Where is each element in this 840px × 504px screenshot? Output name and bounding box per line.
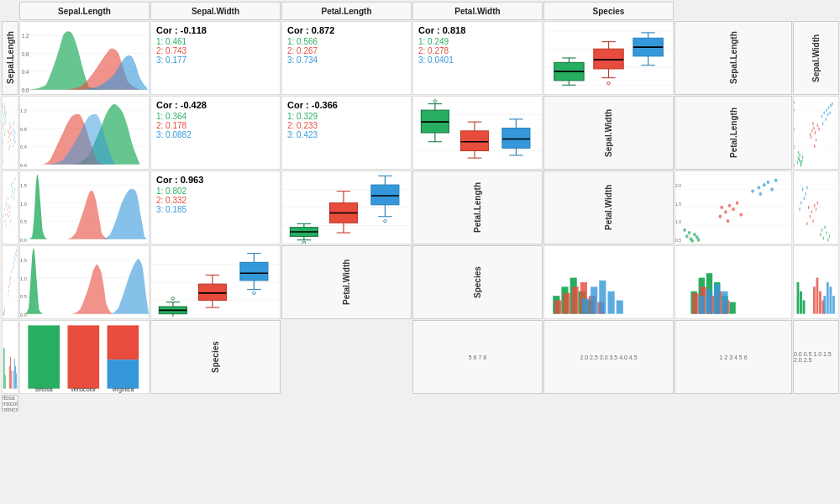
- boxplot-petal-length: [281, 171, 412, 244]
- corner-tr-top2: [793, 2, 839, 20]
- svg-rect-110: [794, 97, 838, 169]
- svg-text:0.4: 0.4: [22, 69, 29, 75]
- svg-point-250: [824, 226, 825, 229]
- svg-point-226: [736, 201, 739, 204]
- cor-sl-sw: Cor : -0.118 1: 0.461 2: 0.743 3: 0.177: [150, 21, 281, 95]
- svg-rect-328: [572, 286, 579, 313]
- svg-point-246: [826, 231, 827, 234]
- svg-rect-20: [594, 49, 623, 69]
- svg-rect-378: [108, 325, 139, 360]
- row-label-petal-width: Petal.Width: [543, 171, 674, 244]
- svg-point-138: [830, 104, 831, 108]
- svg-rect-349: [699, 296, 705, 314]
- svg-point-251: [808, 206, 809, 209]
- svg-text:0.5: 0.5: [20, 294, 27, 299]
- density-sepal-width: 0.0 0.4 0.8 1.2: [19, 96, 150, 170]
- svg-text:virginica: virginica: [112, 386, 134, 393]
- row-label-petal-width-right: Petal.Width: [281, 245, 412, 319]
- hist-species-sl: [543, 245, 674, 319]
- svg-rect-343: [729, 302, 735, 314]
- svg-point-140: [825, 118, 826, 121]
- corner-br: [19, 395, 150, 412]
- svg-rect-364: [832, 296, 835, 314]
- svg-point-133: [814, 144, 815, 148]
- svg-point-118: [799, 154, 800, 157]
- svg-rect-357: [813, 286, 816, 313]
- svg-point-137: [828, 106, 829, 109]
- col-header-species: Species: [543, 2, 674, 20]
- svg-point-253: [814, 204, 815, 207]
- scatter-pw-sl: 0.5 1.0 1.5 2.0: [675, 171, 792, 244]
- svg-text:1.5: 1.5: [20, 183, 27, 188]
- svg-rect-332: [582, 298, 589, 313]
- cor-pl-pw: Cor : 0.963 1: 0.802 2: 0.332 3: 0.185: [150, 171, 281, 244]
- svg-point-258: [806, 222, 807, 225]
- svg-point-256: [816, 207, 816, 211]
- cor-sw-pw: Cor : -0.366 1: 0.329 2: 0.233 3: 0.423: [281, 96, 412, 170]
- svg-rect-351: [714, 284, 720, 313]
- svg-rect-307: [198, 284, 226, 300]
- svg-point-249: [827, 239, 828, 242]
- svg-text:0.8: 0.8: [20, 127, 27, 132]
- svg-text:0.5: 0.5: [675, 237, 681, 242]
- svg-rect-98: [460, 131, 488, 151]
- svg-text:2.0: 2.0: [3, 158, 3, 164]
- svg-rect-352: [722, 291, 727, 314]
- xaxis-species: setosa versicolor virginica: [2, 395, 18, 412]
- svg-point-252: [811, 210, 811, 213]
- hist-species-pl: [793, 245, 839, 319]
- col-header-sepal-width: Sepal.Width: [150, 2, 281, 20]
- svg-rect-370: [11, 370, 12, 389]
- svg-rect-373: [15, 366, 16, 389]
- svg-rect-366: [3, 348, 4, 388]
- svg-point-213: [685, 234, 689, 238]
- scatter-pl-sw: [2, 171, 18, 244]
- svg-point-247: [829, 234, 830, 238]
- svg-point-255: [812, 219, 813, 223]
- svg-point-223: [728, 204, 732, 207]
- xaxis-sw: 2.0 2.5 3.0 3.5 4.0 4.5: [543, 320, 674, 394]
- svg-rect-201: [371, 185, 399, 205]
- svg-rect-377: [67, 325, 99, 388]
- svg-point-131: [812, 122, 813, 125]
- svg-text:0.4: 0.4: [20, 144, 28, 150]
- boxplot-petal-width: [150, 245, 281, 319]
- row-label-sepal-length: Sepal.Length: [2, 21, 18, 95]
- svg-point-128: [811, 135, 811, 139]
- svg-text:1.2: 1.2: [22, 33, 29, 39]
- svg-text:0.0: 0.0: [20, 163, 27, 168]
- svg-point-221: [720, 206, 723, 209]
- svg-point-230: [758, 186, 761, 189]
- svg-text:0.8: 0.8: [22, 51, 29, 57]
- svg-point-135: [823, 111, 824, 114]
- svg-text:0.0: 0.0: [20, 238, 27, 243]
- svg-rect-362: [827, 282, 829, 314]
- svg-point-215: [693, 233, 696, 236]
- scatter-sw-sl: 2.0 2.5 3.0 3.5: [2, 96, 18, 170]
- svg-point-136: [826, 108, 827, 112]
- svg-point-132: [818, 128, 819, 131]
- svg-point-264: [799, 207, 800, 211]
- svg-rect-374: [16, 373, 17, 388]
- svg-rect-354: [797, 282, 800, 314]
- svg-rect-371: [13, 370, 14, 389]
- row-label-sepal-width: Sepal.Width: [793, 21, 839, 95]
- svg-rect-376: [28, 325, 60, 388]
- svg-point-216: [688, 231, 691, 234]
- svg-text:0.0: 0.0: [20, 312, 27, 318]
- svg-point-248: [822, 228, 822, 232]
- svg-point-142: [829, 111, 830, 114]
- scatter-pw-pl: [2, 245, 18, 319]
- svg-point-139: [832, 102, 832, 105]
- boxplot-sepal-length: [543, 21, 674, 95]
- svg-point-228: [739, 213, 743, 216]
- svg-text:0.0: 0.0: [22, 87, 29, 93]
- corner-br2: [150, 395, 281, 412]
- svg-rect-379: [108, 360, 139, 388]
- svg-point-233: [770, 187, 774, 191]
- xaxis-pw: 0.0 0.5 1.0 1.5 2.0 2.5: [793, 320, 839, 394]
- svg-rect-335: [607, 291, 614, 314]
- svg-rect-361: [823, 296, 826, 314]
- svg-point-234: [759, 192, 762, 196]
- svg-point-134: [822, 115, 822, 118]
